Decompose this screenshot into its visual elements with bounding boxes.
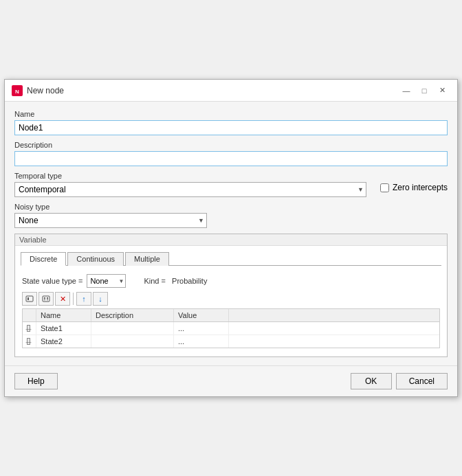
new-node-window: N New node — □ ✕ Name Description Tempor… [4, 79, 458, 397]
remove-state-button[interactable]: ✕ [55, 292, 70, 306]
table-row: State2 ... [23, 335, 439, 348]
table-header: Name Description Value [23, 309, 439, 322]
table-row: State1 ... [23, 322, 439, 335]
svg-rect-3 [28, 297, 29, 300]
noisy-type-select[interactable]: None Noisy-OR Noisy-MAX [14, 213, 207, 228]
add-range-button[interactable] [38, 292, 54, 306]
states-table: Name Description Value State1 [22, 308, 440, 348]
state-value-type-wrapper: None Integer Real ▼ [87, 274, 126, 288]
row1-icon-cell [23, 322, 36, 335]
row1-value[interactable]: ... [174, 322, 229, 335]
temporal-row: Temporal type Contemporal Temporal ▼ Zer… [14, 172, 448, 203]
svg-text:N: N [15, 88, 19, 94]
window-icon: N [12, 85, 23, 96]
zero-intercepts-checkbox[interactable] [380, 183, 389, 192]
row2-name[interactable]: State2 [36, 335, 91, 348]
zero-intercepts-label: Zero intercepts [393, 183, 448, 192]
description-input[interactable] [14, 151, 448, 166]
col-header-value: Value [174, 309, 229, 321]
description-group: Description [14, 141, 448, 166]
col-header-name: Name [36, 309, 91, 321]
help-button[interactable]: Help [14, 373, 58, 389]
name-group: Name [14, 110, 448, 135]
name-label: Name [14, 110, 448, 118]
state-type-row: State value type = None Integer Real ▼ K… [22, 274, 440, 288]
description-label: Description [14, 141, 448, 149]
toolbar-separator [73, 293, 74, 305]
variable-inner: Discrete Continuous Multiple State value… [15, 246, 447, 356]
kind-label: Kind = Probability [144, 277, 207, 285]
table-toolbar: ✕ ↑ ↓ [22, 292, 440, 306]
noisy-type-label: Noisy type [14, 203, 448, 211]
svg-rect-5 [44, 297, 45, 299]
kind-value: Probability [172, 277, 207, 285]
footer-right: OK Cancel [351, 373, 448, 389]
maximize-button[interactable]: □ [416, 84, 432, 98]
state-value-type-select[interactable]: None Integer Real [87, 274, 126, 288]
title-controls: — □ ✕ [398, 84, 450, 98]
title-bar-left: N New node [12, 85, 64, 96]
svg-rect-6 [47, 297, 48, 299]
variable-section-title: Variable [15, 234, 447, 246]
variable-tabs: Discrete Continuous Multiple [21, 251, 441, 266]
title-bar: N New node — □ ✕ [5, 80, 457, 102]
svg-rect-7 [44, 299, 45, 300]
zero-intercepts-group: Zero intercepts [380, 183, 448, 192]
row1-state-icon [27, 325, 30, 332]
row2-description[interactable] [91, 335, 174, 348]
tab-discrete[interactable]: Discrete [21, 252, 66, 266]
variable-section: Variable Discrete Continuous Multiple St… [14, 234, 448, 357]
svg-rect-8 [47, 299, 48, 300]
close-button[interactable]: ✕ [434, 84, 450, 98]
temporal-type-label: Temporal type [14, 172, 366, 180]
add-state-button[interactable] [22, 292, 37, 306]
name-input[interactable] [14, 120, 448, 135]
minimize-button[interactable]: — [398, 84, 415, 98]
row1-name[interactable]: State1 [36, 322, 91, 335]
col-header-description: Description [91, 309, 174, 321]
noisy-type-group: Noisy type None Noisy-OR Noisy-MAX ▼ [14, 203, 448, 228]
content-area: Name Description Temporal type Contempor… [5, 102, 457, 365]
move-down-button[interactable]: ↓ [93, 292, 108, 306]
svg-rect-4 [43, 296, 50, 302]
temporal-type-group: Temporal type Contemporal Temporal ▼ [14, 172, 366, 197]
row2-icon-cell [23, 335, 36, 348]
footer: Help OK Cancel [5, 365, 457, 396]
noisy-type-wrapper: None Noisy-OR Noisy-MAX ▼ [14, 213, 207, 228]
col-header-extra [229, 309, 439, 321]
temporal-type-select[interactable]: Contemporal Temporal [14, 182, 366, 197]
cancel-button[interactable]: Cancel [396, 373, 448, 389]
ok-button[interactable]: OK [351, 373, 392, 389]
move-up-button[interactable]: ↑ [76, 292, 91, 306]
svg-rect-2 [26, 296, 33, 302]
col-header-icon [23, 309, 36, 321]
tab-multiple[interactable]: Multiple [125, 252, 169, 266]
row1-extra [229, 322, 439, 335]
row2-value[interactable]: ... [174, 335, 229, 348]
row1-description[interactable] [91, 322, 174, 335]
tab-continuous[interactable]: Continuous [67, 252, 124, 266]
window-title: New node [27, 86, 64, 95]
row2-state-icon [27, 338, 30, 345]
row2-extra [229, 335, 439, 348]
temporal-type-wrapper: Contemporal Temporal ▼ [14, 182, 366, 197]
state-value-type-label: State value type = [22, 277, 82, 285]
tab-content: State value type = None Integer Real ▼ K… [21, 271, 441, 351]
